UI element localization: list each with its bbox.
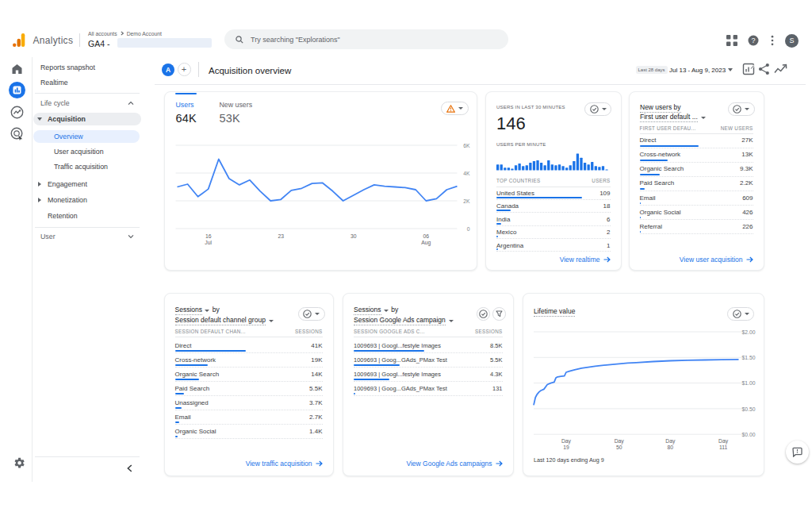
svg-text:Aug: Aug [421, 239, 431, 245]
view-traffic-acquisition-link[interactable]: View traffic acquisition [246, 460, 323, 468]
row-bar [354, 364, 400, 366]
header-separator [175, 337, 323, 337]
product-name[interactable]: Analytics [33, 35, 74, 46]
new-users-ok-button[interactable] [728, 102, 755, 116]
row-value: 109 [599, 190, 610, 197]
realtime-ok-button[interactable] [584, 102, 611, 116]
row-label: Referral [640, 223, 662, 230]
row-value: 1.4K [309, 428, 322, 435]
ltv-ok-button[interactable] [727, 307, 754, 321]
sessions-channel-ok-button[interactable] [298, 307, 325, 321]
view-google-ads-campaigns-link[interactable]: View Google Ads campaigns [406, 460, 502, 468]
dimension-dropdown[interactable]: First user default ... [640, 113, 698, 122]
users-per-minute-label: USERS PER MINUTE [496, 142, 546, 147]
row-bar [496, 236, 498, 237]
home-icon[interactable] [11, 64, 23, 75]
sidebar-item-user-acquisition[interactable]: User acquisition [54, 148, 104, 156]
chevron-up-icon[interactable] [128, 101, 134, 106]
sidebar-item-overview-label[interactable]: Overview [54, 133, 83, 140]
customize-report-icon[interactable] [742, 63, 755, 75]
new-users-by-label[interactable]: New users by [640, 103, 681, 113]
table-row: India6 [496, 213, 611, 225]
sidebar-item-engagement[interactable]: Engagement [48, 180, 87, 188]
sidebar-item-retention[interactable]: Retention [48, 212, 78, 220]
report-avatar[interactable]: A [162, 64, 174, 76]
collapse-sidebar-icon[interactable] [126, 464, 133, 472]
filter-button[interactable] [492, 307, 506, 321]
row-bar [640, 188, 645, 190]
more-menu-icon[interactable] [770, 35, 775, 46]
date-range-picker[interactable]: Jul 13 - Aug 9, 2023 [669, 67, 726, 74]
check-circle-icon [590, 105, 599, 114]
user-avatar[interactable]: S [785, 34, 799, 48]
add-comparison-button[interactable]: + [178, 63, 191, 76]
sidebar-section-life-cycle[interactable]: Life cycle [40, 99, 70, 107]
sidebar-item-traffic-acquisition[interactable]: Traffic acquisition [54, 163, 108, 171]
metric-dropdown[interactable]: Sessions [175, 306, 203, 315]
view-realtime-link[interactable]: View realtime [560, 256, 611, 264]
acquisition-expand-icon[interactable] [37, 117, 42, 121]
by-word: by [213, 306, 220, 314]
row-label: Organic Search [640, 165, 684, 172]
breadcrumb-current[interactable]: Demo Account [127, 31, 162, 37]
sidebar-item-reports-snapshot[interactable]: Reports snapshot [40, 64, 95, 71]
sidebar-item-acquisition-label[interactable]: Acquisition [48, 115, 86, 123]
svg-text:$0.00: $0.00 [742, 432, 756, 437]
sessions-campaign-ok-button[interactable] [477, 307, 490, 321]
apps-grid-icon[interactable] [726, 34, 738, 47]
advertising-icon[interactable] [10, 127, 25, 141]
row-value: 5.5K [490, 356, 502, 364]
title-divider [198, 62, 199, 77]
search-input[interactable]: Try searching "Explorations" [224, 29, 508, 49]
dimension-dropdown[interactable]: Session Google Ads campaign [354, 316, 446, 325]
feedback-button[interactable] [786, 441, 809, 464]
chevron-down-icon[interactable] [128, 234, 134, 239]
breadcrumb-root[interactable]: All accounts [88, 31, 117, 37]
ltv-title-label[interactable]: Lifetime value [534, 307, 575, 317]
row-bar [175, 407, 182, 409]
rail-divider [32, 57, 33, 482]
dimension-dropdown[interactable]: Session default channel group [175, 316, 266, 325]
row-bar [640, 160, 668, 161]
active-tab-indicator [175, 93, 197, 95]
svg-text:Day: Day [561, 438, 572, 444]
settings-gear-icon[interactable] [13, 457, 25, 469]
view-user-acquisition-label: View user acquisition [680, 256, 743, 264]
tab-new-users[interactable]: New users 53K [220, 101, 253, 125]
row-label: 1009693 | Googl...festyle Images [354, 342, 441, 349]
table-row: Email2.7K [175, 410, 323, 425]
view-user-acquisition-link[interactable]: View user acquisition [680, 256, 753, 264]
tab-users-label: Users [176, 101, 197, 109]
sessions-channel-title: Sessions by Session default channel grou… [175, 306, 274, 325]
row-label: Argentina [496, 242, 523, 249]
property-selector[interactable]: GA4 - [88, 39, 109, 48]
check-circle-icon [733, 105, 741, 114]
sidebar-item-realtime[interactable]: Realtime [40, 79, 68, 87]
row-value: 5.5K [309, 385, 322, 392]
reports-nav-icon[interactable] [9, 82, 25, 98]
row-label: Organic Social [640, 209, 681, 216]
metric-dropdown[interactable]: Sessions [354, 306, 381, 315]
explore-icon[interactable] [10, 106, 24, 119]
card-sessions-by-campaign: Sessions by Session Google Ads campaign … [343, 293, 514, 476]
tab-users[interactable]: Users 64K [176, 101, 197, 125]
sidebar-item-overview[interactable] [33, 130, 140, 143]
row-label: Canada [496, 202, 519, 210]
engagement-expand-icon[interactable] [38, 182, 41, 187]
sessions-campaign-title: Sessions by Session Google Ads campaign [354, 306, 454, 325]
analytics-logo-icon[interactable] [13, 33, 25, 47]
svg-text:6K: 6K [463, 142, 470, 148]
chevron-right-icon [120, 31, 124, 36]
help-icon[interactable]: ? [748, 35, 759, 46]
sidebar-item-monetization[interactable]: Monetization [48, 196, 87, 204]
sidebar-section-user[interactable]: User [40, 233, 56, 241]
header-divider [79, 33, 80, 47]
monetization-expand-icon[interactable] [38, 198, 41, 202]
data-quality-warning-button[interactable] [441, 102, 469, 115]
share-icon[interactable] [758, 63, 770, 75]
row-value: 8.5K [490, 342, 502, 349]
row-bar [640, 145, 699, 147]
insights-icon[interactable] [774, 64, 787, 75]
row-bar [640, 202, 642, 204]
row-value: 131 [492, 385, 503, 392]
